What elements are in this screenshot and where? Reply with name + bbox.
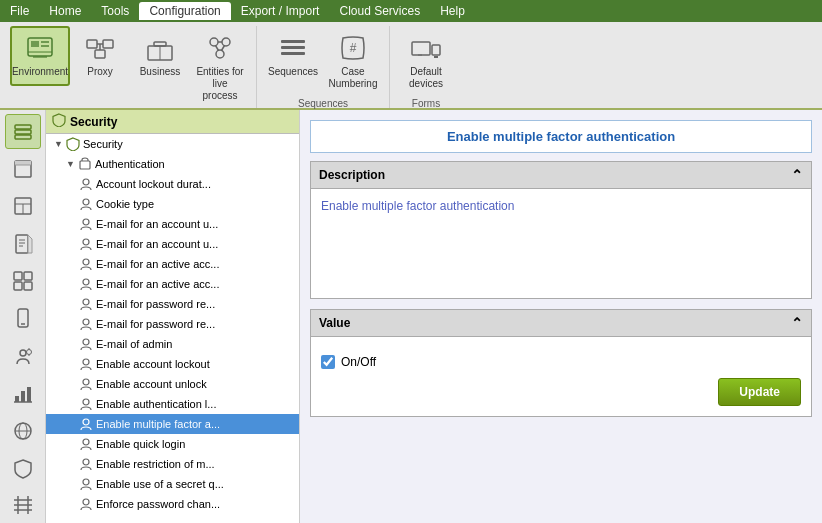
tree-user-icon-4 — [78, 236, 94, 252]
sidebar-cog-user-button[interactable] — [5, 338, 41, 373]
update-button[interactable]: Update — [718, 378, 801, 406]
onoff-checkbox[interactable] — [321, 355, 335, 369]
svg-point-72 — [83, 319, 89, 325]
menu-configuration[interactable]: Configuration — [139, 2, 230, 20]
tree-user-icon-11 — [78, 376, 94, 392]
sidebar-window-button[interactable] — [5, 151, 41, 186]
svg-rect-45 — [24, 282, 32, 290]
default-devices-label: Default devices — [400, 66, 452, 90]
toolbar-environment-button[interactable]: Environment — [10, 26, 70, 86]
svg-point-65 — [83, 179, 89, 185]
tree-item-security[interactable]: ▼ Security — [46, 134, 299, 154]
svg-rect-21 — [281, 46, 305, 49]
toolbar-default-devices-button[interactable]: Default devices — [396, 26, 456, 96]
tree-item-email-password-re2[interactable]: E-mail for password re... — [46, 314, 299, 334]
tree-label-email-admin: E-mail of admin — [96, 338, 172, 350]
toolbar-group-sequences: Sequences # Case Numbering Sequences — [257, 26, 390, 108]
svg-point-68 — [83, 239, 89, 245]
tree-item-email-admin[interactable]: E-mail of admin — [46, 334, 299, 354]
svg-point-76 — [83, 399, 89, 405]
tree-header: Security — [46, 110, 299, 134]
tree-security-label: Security — [83, 138, 123, 150]
sidebar-note-button[interactable] — [5, 226, 41, 261]
menu-help[interactable]: Help — [430, 2, 475, 20]
tree-item-enable-secret-q[interactable]: Enable use of a secret q... — [46, 474, 299, 494]
security-shield-icon — [52, 113, 66, 130]
svg-point-78 — [83, 439, 89, 445]
sidebar-chart-button[interactable] — [5, 376, 41, 411]
menu-export-import[interactable]: Export / Import — [231, 2, 330, 20]
sidebar-grid2-button[interactable] — [5, 488, 41, 523]
svg-rect-1 — [31, 41, 39, 47]
svg-rect-32 — [15, 161, 31, 165]
tree-item-enforce-password-chan[interactable]: Enforce password chan... — [46, 494, 299, 514]
tree-label-email-account-u1: E-mail for an account u... — [96, 218, 218, 230]
tree-label-enforce-password-chan: Enforce password chan... — [96, 498, 220, 510]
sidebar-icon-panel — [0, 110, 46, 523]
tree-item-account-lockout-duration[interactable]: Account lockout durat... — [46, 174, 299, 194]
tree-item-email-account-u2[interactable]: E-mail for an account u... — [46, 234, 299, 254]
tree-user-icon-3 — [78, 216, 94, 232]
description-section-header[interactable]: Description ⌃ — [310, 161, 812, 189]
svg-point-67 — [83, 219, 89, 225]
svg-rect-30 — [15, 135, 31, 139]
tree-item-email-active-acc1[interactable]: E-mail for an active acc... — [46, 254, 299, 274]
svg-point-79 — [83, 459, 89, 465]
svg-point-71 — [83, 299, 89, 305]
tree-item-enable-account-unlock[interactable]: Enable account unlock — [46, 374, 299, 394]
svg-point-77 — [83, 419, 89, 425]
tree-item-enable-quick-login[interactable]: Enable quick login — [46, 434, 299, 454]
svg-point-66 — [83, 199, 89, 205]
sidebar-globe-button[interactable] — [5, 413, 41, 448]
sidebar-grid-button[interactable] — [5, 263, 41, 298]
tree-panel: Security ▼ Security ▼ Authentication — [46, 110, 300, 523]
svg-point-48 — [20, 350, 26, 356]
tree-item-enable-multiple-factor[interactable]: Enable multiple factor a... — [46, 414, 299, 434]
sidebar-layout-button[interactable] — [5, 189, 41, 224]
tree-item-enable-account-lockout[interactable]: Enable account lockout — [46, 354, 299, 374]
menu-home[interactable]: Home — [39, 2, 91, 20]
tree-item-email-account-u1[interactable]: E-mail for an account u... — [46, 214, 299, 234]
tree-user-icon-1 — [78, 176, 94, 192]
tree-item-cookie-type[interactable]: Cookie type — [46, 194, 299, 214]
tree-item-email-password-re1[interactable]: E-mail for password re... — [46, 294, 299, 314]
description-section-content: Enable multiple factor authentication — [310, 189, 812, 299]
svg-rect-64 — [80, 161, 90, 169]
tree-user-icon-7 — [78, 296, 94, 312]
tree-label-enable-multiple-factor: Enable multiple factor a... — [96, 418, 220, 430]
tree-item-enable-restriction[interactable]: Enable restriction of m... — [46, 454, 299, 474]
proxy-label: Proxy — [87, 66, 113, 78]
description-text: Enable multiple factor authentication — [321, 199, 514, 213]
svg-point-16 — [216, 50, 224, 58]
toolbar-entities-button[interactable]: Entities for live process — [190, 26, 250, 108]
entities-icon — [204, 32, 236, 64]
toolbar-business-button[interactable]: Business — [130, 26, 190, 86]
toolbar-sequences-button[interactable]: Sequences — [263, 26, 323, 86]
sidebar-layers-button[interactable] — [5, 114, 41, 149]
tree-security-icon — [65, 136, 81, 152]
svg-point-74 — [83, 359, 89, 365]
business-icon — [144, 32, 176, 64]
value-collapse-icon: ⌃ — [791, 315, 803, 331]
checkbox-row: On/Off — [321, 355, 801, 369]
tree-item-enable-authentication[interactable]: Enable authentication l... — [46, 394, 299, 414]
tree-content[interactable]: ▼ Security ▼ Authentication — [46, 134, 299, 523]
toolbar-case-numbering-button[interactable]: # Case Numbering — [323, 26, 383, 96]
svg-point-69 — [83, 259, 89, 265]
value-section: Value ⌃ On/Off Update — [310, 309, 812, 417]
sidebar-mobile-button[interactable] — [5, 301, 41, 336]
value-section-header[interactable]: Value ⌃ — [310, 309, 812, 337]
onoff-label: On/Off — [341, 355, 376, 369]
sidebar-shield-button[interactable] — [5, 450, 41, 485]
menu-cloud-services[interactable]: Cloud Services — [329, 2, 430, 20]
menu-tools[interactable]: Tools — [91, 2, 139, 20]
tree-item-email-active-acc2[interactable]: E-mail for an active acc... — [46, 274, 299, 294]
tree-label-cookie-type: Cookie type — [96, 198, 154, 210]
tree-user-icon-8 — [78, 316, 94, 332]
svg-rect-26 — [434, 56, 438, 58]
menu-file[interactable]: File — [0, 2, 39, 20]
main-layout: Security ▼ Security ▼ Authentication — [0, 110, 822, 523]
case-numbering-label: Case Numbering — [327, 66, 379, 90]
tree-item-authentication[interactable]: ▼ Authentication — [46, 154, 299, 174]
toolbar-proxy-button[interactable]: Proxy — [70, 26, 130, 86]
